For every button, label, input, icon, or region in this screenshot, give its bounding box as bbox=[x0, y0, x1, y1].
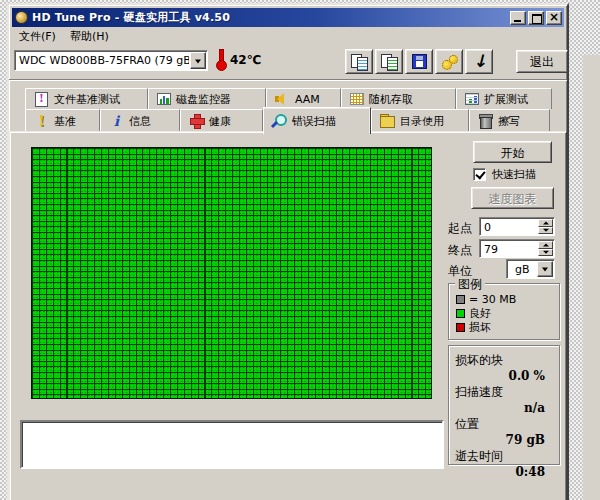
tab-aam[interactable]: AAM bbox=[266, 88, 341, 109]
copy-image-icon bbox=[380, 54, 400, 71]
start-field-label: 起点 bbox=[448, 220, 472, 237]
window-title: HD Tune Pro - 硬盘实用工具 v4.50 bbox=[32, 10, 508, 25]
tab-random-access[interactable]: 随机存取 bbox=[341, 88, 456, 109]
drive-select-value: WDC WD800BB-75FRA0 (79 gB) bbox=[15, 51, 189, 70]
good-block-swatch bbox=[456, 309, 465, 318]
temperature-value: 42℃ bbox=[230, 53, 261, 67]
tab-folder-usage[interactable]: 目录使用 bbox=[371, 109, 469, 132]
spin-down-icon bbox=[543, 251, 549, 254]
end-field-label: 终点 bbox=[448, 242, 472, 259]
legend-item-good: 良好 bbox=[456, 306, 559, 320]
download-button[interactable]: ↓ bbox=[465, 49, 493, 74]
block-size-swatch bbox=[456, 295, 465, 304]
extended-test-icon bbox=[465, 93, 479, 105]
damaged-blocks-value: 0.0 % bbox=[455, 369, 559, 383]
speed-map-button[interactable]: 速度图表 bbox=[471, 187, 554, 209]
health-cross-icon bbox=[189, 114, 204, 128]
toolbar-buttons: ↓ bbox=[345, 49, 493, 74]
down-arrow-icon: ↓ bbox=[466, 51, 494, 73]
background-patch bbox=[583, 55, 600, 500]
chevron-down-icon bbox=[542, 268, 548, 272]
start-spinners bbox=[538, 219, 553, 234]
toolbar-divider bbox=[9, 79, 567, 81]
tab-benchmark[interactable]: ! 基准 bbox=[25, 109, 100, 132]
unit-dropdown-button[interactable] bbox=[537, 261, 553, 277]
menu-help[interactable]: 帮助(H) bbox=[63, 27, 116, 46]
menu-bar: 文件(F) 帮助(H) bbox=[12, 28, 564, 45]
start-position-input[interactable]: 0 bbox=[479, 217, 555, 236]
random-access-icon bbox=[350, 93, 364, 105]
quick-scan-checkbox[interactable] bbox=[473, 168, 486, 181]
gears-icon bbox=[440, 54, 460, 71]
copy-text-button[interactable] bbox=[345, 49, 373, 74]
end-spinners bbox=[538, 241, 553, 256]
end-spin-down[interactable] bbox=[538, 249, 553, 257]
quick-scan-option[interactable]: 快速扫描 bbox=[473, 167, 536, 182]
speaker-icon bbox=[275, 92, 290, 106]
close-button[interactable] bbox=[546, 11, 562, 25]
magnifier-icon bbox=[272, 114, 287, 128]
unit-select[interactable]: gB bbox=[506, 259, 555, 279]
legend-item-damaged: 损坏 bbox=[456, 320, 559, 334]
tab-erase[interactable]: 擦写 bbox=[469, 109, 550, 132]
folder-icon bbox=[380, 114, 395, 128]
tab-row-top: 文件基准测试 磁盘监控器 AAM 随机存取 扩展测试 bbox=[25, 88, 552, 109]
desktop-background: HD Tune Pro - 硬盘实用工具 v4.50 文件(F) 帮助(H) W… bbox=[0, 0, 600, 500]
tab-disk-monitor[interactable]: 磁盘监控器 bbox=[148, 88, 266, 109]
position-value: 79 gB bbox=[455, 433, 559, 447]
file-benchmark-icon bbox=[34, 92, 49, 106]
start-spin-down[interactable] bbox=[538, 227, 553, 235]
start-spin-up[interactable] bbox=[538, 219, 553, 227]
exit-button[interactable]: 退出 bbox=[516, 50, 568, 73]
tab-row-bottom: ! 基准 i 信息 健康 错误扫描 目录使用 擦写 bbox=[25, 109, 550, 132]
drive-select-dropdown-button[interactable] bbox=[190, 52, 206, 69]
save-button[interactable] bbox=[405, 49, 433, 74]
menu-file[interactable]: 文件(F) bbox=[12, 27, 63, 46]
legend-item-blocksize: = 30 MB bbox=[456, 292, 559, 306]
tab-info[interactable]: i 信息 bbox=[100, 109, 180, 132]
thermometer-icon bbox=[215, 49, 226, 71]
minimize-button[interactable] bbox=[510, 11, 526, 25]
scan-block-grid bbox=[31, 147, 432, 399]
end-position-value: 79 bbox=[484, 243, 498, 256]
info-icon: i bbox=[109, 114, 124, 128]
trash-icon bbox=[478, 114, 493, 128]
tab-health[interactable]: 健康 bbox=[180, 109, 263, 132]
elapsed-time-value: 0:48 bbox=[455, 465, 559, 479]
maximize-button[interactable] bbox=[528, 11, 544, 25]
tab-file-benchmark[interactable]: 文件基准测试 bbox=[25, 88, 148, 109]
app-icon bbox=[15, 11, 28, 24]
floppy-save-icon bbox=[412, 54, 427, 69]
copy-image-button[interactable] bbox=[375, 49, 403, 74]
end-spin-up[interactable] bbox=[538, 241, 553, 249]
end-position-input[interactable]: 79 bbox=[479, 239, 555, 258]
benchmark-icon: ! bbox=[34, 114, 49, 128]
title-bar[interactable]: HD Tune Pro - 硬盘实用工具 v4.50 bbox=[12, 8, 564, 27]
hdtune-window: HD Tune Pro - 硬盘实用工具 v4.50 文件(F) 帮助(H) W… bbox=[7, 3, 569, 500]
position-label: 位置 bbox=[455, 416, 559, 433]
start-scan-button[interactable]: 开始 bbox=[473, 141, 552, 163]
error-scan-panel: 开始 快速扫描 速度图表 起点 0 终点 79 bbox=[9, 131, 567, 500]
spin-up-icon bbox=[543, 243, 549, 246]
start-position-value: 0 bbox=[484, 221, 491, 234]
scan-speed-value: n/a bbox=[455, 401, 559, 415]
quick-scan-label: 快速扫描 bbox=[492, 167, 536, 182]
chevron-down-icon bbox=[195, 59, 201, 63]
scan-stats-group: 损坏的块 0.0 % 扫描速度 n/a 位置 79 gB 逝去时间 0:48 bbox=[448, 345, 560, 465]
options-button[interactable] bbox=[435, 49, 463, 74]
disk-monitor-icon bbox=[157, 93, 171, 105]
tab-extended-test[interactable]: 扩展测试 bbox=[456, 88, 552, 109]
spin-up-icon bbox=[543, 221, 549, 224]
drive-select[interactable]: WDC WD800BB-75FRA0 (79 gB) bbox=[14, 50, 208, 71]
copy-text-icon bbox=[350, 54, 370, 71]
legend-title: 图例 bbox=[455, 276, 485, 293]
elapsed-time-label: 逝去时间 bbox=[455, 448, 559, 465]
unit-select-value: gB bbox=[507, 260, 536, 278]
damaged-blocks-label: 损坏的块 bbox=[455, 352, 559, 369]
tab-error-scan[interactable]: 错误扫描 bbox=[263, 107, 371, 134]
damaged-block-swatch bbox=[456, 323, 465, 332]
legend-group: 图例 = 30 MB 良好 损坏 bbox=[448, 283, 560, 340]
scan-log-textarea[interactable] bbox=[20, 420, 444, 469]
spin-down-icon bbox=[543, 229, 549, 232]
scan-speed-label: 扫描速度 bbox=[455, 384, 559, 401]
